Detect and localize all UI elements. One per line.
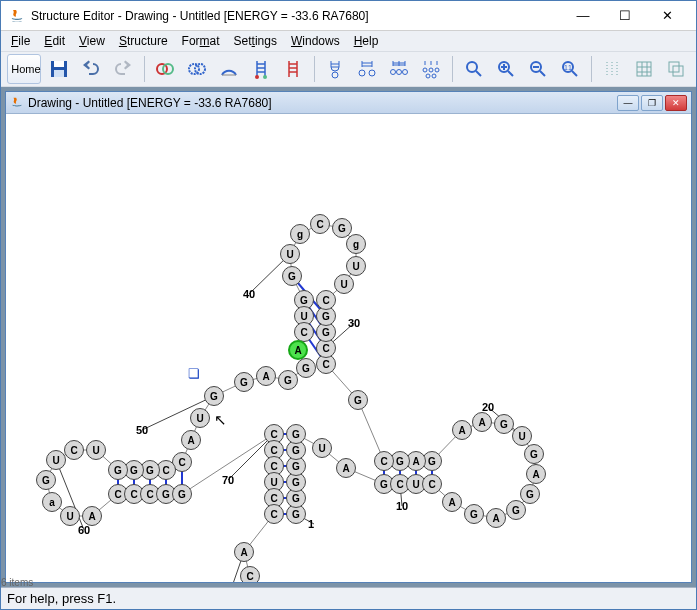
svg-rect-2 — [54, 70, 64, 77]
nucleotide[interactable]: U — [46, 450, 66, 470]
maximize-button[interactable]: ☐ — [604, 2, 646, 30]
nucleotide[interactable]: A — [472, 412, 492, 432]
svg-rect-25 — [637, 62, 651, 76]
nucleotide[interactable]: G — [286, 424, 306, 444]
nucleotide[interactable]: C — [264, 504, 284, 524]
doc-maximize-button[interactable]: ❐ — [641, 95, 663, 111]
nucleotide[interactable]: A — [234, 542, 254, 562]
nucleotide[interactable]: G — [348, 390, 368, 410]
menu-structure[interactable]: Structure — [113, 32, 174, 50]
home-label: Home — [11, 63, 40, 75]
grid-icon — [666, 59, 686, 79]
undo-button[interactable] — [77, 54, 105, 84]
menu-settings[interactable]: Settings — [228, 32, 283, 50]
redo-button[interactable] — [109, 54, 137, 84]
nucleotide[interactable]: G — [494, 414, 514, 434]
close-button[interactable]: ✕ — [646, 2, 688, 30]
svg-point-15 — [423, 68, 427, 72]
menu-format[interactable]: Format — [176, 32, 226, 50]
grid-v-button[interactable] — [598, 54, 626, 84]
struct-view2-button[interactable] — [353, 54, 381, 84]
nucleotide[interactable]: U — [280, 244, 300, 264]
doc-close-button[interactable]: ✕ — [665, 95, 687, 111]
nucleotide[interactable]: C — [422, 474, 442, 494]
nucleotide[interactable]: G — [520, 484, 540, 504]
menu-windows[interactable]: Windows — [285, 32, 346, 50]
app-window: Structure Editor - Drawing - Untitled [E… — [0, 0, 697, 610]
nucleotide[interactable]: G — [204, 386, 224, 406]
menu-file[interactable]: File — [5, 32, 36, 50]
nucleotide[interactable]: A — [526, 464, 546, 484]
nucleotide[interactable]: A — [256, 366, 276, 386]
nucleotide[interactable]: G — [332, 218, 352, 238]
nucleotide[interactable]: G — [524, 444, 544, 464]
zoom-in-button[interactable] — [492, 54, 520, 84]
minimize-button[interactable]: — — [562, 2, 604, 30]
doc-minimize-button[interactable]: — — [617, 95, 639, 111]
svg-point-16 — [429, 68, 433, 72]
nucleotide[interactable]: G — [234, 372, 254, 392]
nucleotide[interactable]: U — [346, 256, 366, 276]
nucleotide[interactable]: A — [336, 458, 356, 478]
nucleotide[interactable]: G — [506, 500, 526, 520]
grid-r-button[interactable] — [630, 54, 658, 84]
grid-stack-button[interactable] — [662, 54, 690, 84]
nucleotide[interactable]: G — [464, 504, 484, 524]
nucleotide[interactable]: U — [60, 506, 80, 526]
save-button[interactable] — [45, 54, 73, 84]
nucleotide[interactable]: A — [486, 508, 506, 528]
mdi-area: Drawing - Untitled [ENERGY = -33.6 RA768… — [1, 87, 696, 587]
zoom-fit-button[interactable] — [460, 54, 488, 84]
nucleotide[interactable]: U — [86, 440, 106, 460]
nucleotide[interactable]: A — [452, 420, 472, 440]
nucleotide[interactable]: A — [82, 506, 102, 526]
svg-point-20 — [467, 62, 477, 72]
nucleotide[interactable]: U — [190, 408, 210, 428]
move-handle-icon[interactable]: ❏ — [188, 366, 200, 381]
nucleotide[interactable]: U — [334, 274, 354, 294]
nucleotide[interactable]: a — [42, 492, 62, 512]
nucleotide[interactable]: C — [294, 322, 314, 342]
zoom-out-button[interactable] — [524, 54, 552, 84]
structure-svg — [6, 114, 691, 582]
ladder-red-button[interactable] — [279, 54, 307, 84]
ladder-blue-icon — [251, 59, 271, 79]
nucleotide[interactable]: A — [442, 492, 462, 512]
nucleotide[interactable]: G — [36, 470, 56, 490]
ladder-blue-button[interactable] — [247, 54, 275, 84]
nucleotide[interactable]: C — [310, 214, 330, 234]
nucleotide[interactable]: A — [288, 340, 308, 360]
nucleotide[interactable]: G — [172, 484, 192, 504]
nucleotide[interactable]: C — [64, 440, 84, 460]
home-button[interactable]: Home — [7, 54, 41, 84]
rings-red-button[interactable] — [151, 54, 179, 84]
menu-edit[interactable]: Edit — [38, 32, 71, 50]
menu-view[interactable]: View — [73, 32, 111, 50]
arc-button[interactable] — [215, 54, 243, 84]
nucleotide[interactable]: G — [108, 460, 128, 480]
zoom-sel-button[interactable]: 11 — [556, 54, 584, 84]
nucleotide[interactable]: g — [346, 234, 366, 254]
java-icon — [10, 96, 24, 110]
nucleotide[interactable]: C — [316, 290, 336, 310]
zoom-out-icon — [528, 59, 548, 79]
rings-blue-button[interactable] — [183, 54, 211, 84]
redo-icon — [113, 59, 133, 79]
nucleotide[interactable]: G — [296, 358, 316, 378]
nucleotide[interactable]: C — [374, 451, 394, 471]
struct-view4-button[interactable] — [417, 54, 445, 84]
nucleotide[interactable]: A — [181, 430, 201, 450]
nucleotide[interactable]: G — [282, 266, 302, 286]
svg-point-11 — [369, 70, 375, 76]
nucleotide[interactable]: g — [290, 224, 310, 244]
nucleotide[interactable]: U — [512, 426, 532, 446]
menu-help[interactable]: Help — [348, 32, 385, 50]
svg-rect-27 — [673, 66, 683, 76]
nucleotide[interactable]: C — [240, 566, 260, 582]
struct-view1-button[interactable] — [321, 54, 349, 84]
nucleotide[interactable]: U — [312, 438, 332, 458]
nucleotide[interactable]: G — [278, 370, 298, 390]
struct-view3-button[interactable] — [385, 54, 413, 84]
position-label: 50 — [136, 424, 148, 436]
structure-canvas[interactable]: ❏ ↖ GGGGGGUAGCUCAGAGGAGUGAAGAGCGCCGGCUUg… — [6, 114, 691, 582]
